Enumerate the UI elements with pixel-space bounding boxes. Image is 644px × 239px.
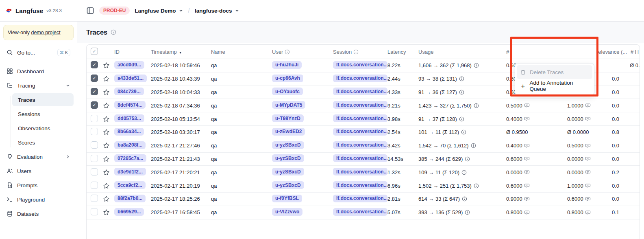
row-checkbox[interactable] bbox=[91, 182, 98, 189]
table-row[interactable]: 8dcf4574... 2025-02-18 07:34:36 qa u-MYp… bbox=[87, 99, 640, 112]
session-badge[interactable]: lf.docs.conversation... bbox=[333, 114, 387, 122]
session-badge[interactable]: lf.docs.conversation... bbox=[333, 195, 387, 202]
info-icon[interactable] bbox=[461, 170, 467, 175]
info-icon[interactable] bbox=[471, 143, 476, 148]
sidebar-item-sessions[interactable]: Sessions bbox=[12, 107, 74, 121]
user-badge[interactable]: u-yzSBxcD bbox=[272, 168, 304, 175]
bookmark-star-icon[interactable] bbox=[103, 142, 114, 149]
select-all-checkbox[interactable]: ✓ bbox=[91, 48, 98, 55]
bookmark-star-icon[interactable] bbox=[103, 156, 114, 162]
comment-icon[interactable] bbox=[524, 210, 530, 215]
comment-icon[interactable] bbox=[524, 196, 530, 202]
panel-left-icon[interactable] bbox=[86, 7, 94, 15]
session-badge[interactable]: lf.docs.conversation... bbox=[333, 168, 387, 175]
col-header-extra[interactable]: # H bbox=[631, 45, 639, 59]
row-checkbox[interactable] bbox=[91, 208, 98, 215]
user-badge[interactable]: u-yzSBxcD bbox=[272, 181, 304, 189]
user-badge[interactable]: u-T98YnzD bbox=[272, 114, 304, 122]
table-row[interactable]: 07265c7a... 2025-02-17 21:21:43 qa u-yzS… bbox=[87, 153, 640, 166]
bookmark-star-icon[interactable] bbox=[103, 102, 114, 109]
bookmark-star-icon[interactable] bbox=[103, 182, 114, 189]
user-badge[interactable]: u-yzSBxcD bbox=[272, 141, 304, 149]
sidebar-item-scores[interactable]: Scores bbox=[12, 136, 74, 149]
trace-id-badge[interactable]: 07265c7a... bbox=[114, 154, 146, 162]
row-checkbox[interactable] bbox=[91, 155, 98, 162]
col-header-session[interactable]: Session bbox=[333, 49, 387, 55]
demo-project-link[interactable]: demo project bbox=[31, 30, 60, 35]
trace-id-badge[interactable]: 88f2a7b0... bbox=[114, 195, 146, 202]
sidebar-item-datasets[interactable]: Datasets bbox=[3, 207, 74, 220]
bookmark-star-icon[interactable] bbox=[103, 89, 114, 96]
sidebar-item-playground[interactable]: Playground bbox=[3, 193, 74, 206]
table-row[interactable]: b669529... 2025-02-17 16:58:45 qa u-VIZz… bbox=[87, 206, 640, 219]
comment-icon[interactable] bbox=[585, 116, 591, 122]
comment-icon[interactable] bbox=[585, 169, 591, 175]
row-checkbox[interactable] bbox=[91, 195, 98, 202]
sidebar-item-prompts[interactable]: Prompts bbox=[3, 179, 74, 192]
info-icon[interactable] bbox=[459, 90, 464, 95]
col-header-score1[interactable]: # bbox=[506, 49, 567, 55]
trace-id-badge[interactable]: a433de51... bbox=[114, 75, 147, 82]
table-row[interactable]: ba8a208f... 2025-02-17 21:27:46 qa u-yzS… bbox=[87, 139, 640, 153]
col-header-timestamp[interactable]: Timestamp▼ bbox=[151, 49, 211, 55]
user-badge[interactable]: u-OYauofc bbox=[272, 88, 303, 95]
info-icon[interactable] bbox=[474, 183, 479, 189]
info-icon[interactable] bbox=[462, 196, 467, 202]
session-badge[interactable]: lf.docs.conversation... bbox=[333, 88, 387, 95]
col-header-usage[interactable]: Usage bbox=[418, 49, 506, 55]
row-checkbox[interactable] bbox=[91, 61, 98, 68]
trace-id-badge[interactable]: dd05753... bbox=[114, 114, 144, 122]
session-badge[interactable]: lf.docs.conversation... bbox=[333, 181, 387, 189]
menu-item-delete-traces[interactable]: Delete Traces bbox=[517, 65, 592, 79]
bookmark-star-icon[interactable] bbox=[103, 116, 114, 123]
row-checkbox[interactable] bbox=[91, 168, 98, 175]
table-row[interactable]: dd05753... 2025-02-18 05:13:54 qa u-T98Y… bbox=[87, 112, 640, 126]
sidebar-item-dashboard[interactable]: Dashboard bbox=[3, 65, 74, 78]
info-icon[interactable] bbox=[465, 210, 470, 215]
row-checkbox[interactable] bbox=[91, 101, 98, 109]
bookmark-star-icon[interactable] bbox=[103, 129, 114, 136]
comment-icon[interactable] bbox=[524, 183, 530, 189]
row-checkbox[interactable] bbox=[91, 128, 98, 135]
comment-icon[interactable] bbox=[524, 143, 530, 149]
comment-icon[interactable] bbox=[585, 210, 591, 215]
comment-icon[interactable] bbox=[585, 183, 591, 189]
trace-id-badge[interactable]: a0cd0d9... bbox=[114, 61, 144, 69]
bookmark-star-icon[interactable] bbox=[103, 209, 114, 216]
row-checkbox[interactable] bbox=[91, 115, 98, 122]
bookmark-star-icon[interactable] bbox=[103, 62, 114, 69]
comment-icon[interactable] bbox=[524, 169, 530, 175]
comment-icon[interactable] bbox=[524, 156, 530, 162]
comment-icon[interactable] bbox=[585, 196, 591, 202]
sidebar-item-evaluation[interactable]: Evaluation bbox=[3, 150, 74, 163]
user-badge[interactable]: u-zEwdED2 bbox=[272, 128, 305, 136]
goto-search[interactable]: Go to... ⌘ K bbox=[3, 46, 74, 59]
user-badge[interactable]: u-huJhuJi bbox=[272, 61, 302, 69]
sidebar-item-users[interactable]: Users bbox=[3, 164, 74, 178]
user-badge[interactable]: u-cp66Avh bbox=[272, 75, 303, 82]
col-header-relevance[interactable]: relevance (... bbox=[596, 45, 627, 59]
user-badge[interactable]: u-MYpDAT5 bbox=[272, 101, 305, 109]
comment-icon[interactable] bbox=[524, 103, 530, 108]
row-checkbox[interactable] bbox=[91, 75, 98, 82]
session-badge[interactable]: lf.docs.conversation... bbox=[333, 75, 387, 82]
session-badge[interactable]: lf.docs.conversation... bbox=[333, 141, 387, 149]
bookmark-star-icon[interactable] bbox=[103, 169, 114, 176]
trace-id-badge[interactable]: ba8a208f... bbox=[114, 141, 146, 149]
info-icon[interactable] bbox=[111, 29, 116, 35]
trace-id-badge[interactable]: 5cca9cf2... bbox=[114, 181, 146, 189]
bookmark-star-icon[interactable] bbox=[103, 195, 114, 202]
comment-icon[interactable] bbox=[585, 143, 591, 149]
info-icon[interactable] bbox=[465, 156, 470, 162]
sidebar-item-observations[interactable]: Observations bbox=[12, 122, 74, 135]
session-badge[interactable]: lf.docs.conversation... bbox=[333, 154, 387, 162]
trace-id-badge[interactable]: d3e9d1f2... bbox=[114, 168, 146, 175]
col-header-id[interactable]: ID bbox=[114, 49, 151, 55]
comment-icon[interactable] bbox=[585, 156, 591, 162]
session-badge[interactable]: lf.docs.conversation... bbox=[333, 128, 387, 136]
info-icon[interactable] bbox=[459, 116, 464, 122]
col-header-user[interactable]: User bbox=[272, 49, 333, 55]
user-badge[interactable]: u-f0YfBSL bbox=[272, 195, 302, 202]
table-row[interactable]: 88f2a7b0... 2025-02-17 18:25:26 qa u-f0Y… bbox=[87, 193, 640, 206]
info-icon[interactable] bbox=[459, 76, 464, 81]
